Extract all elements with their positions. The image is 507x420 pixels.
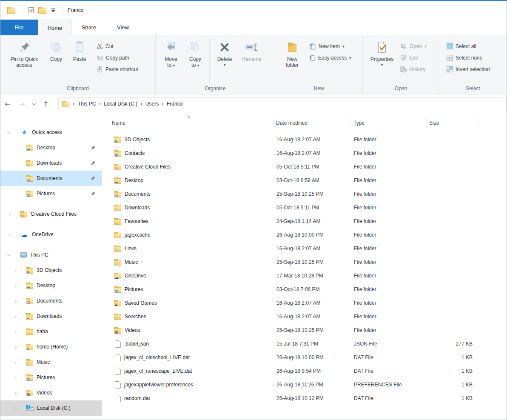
file-row[interactable]: Videos 25-Sep-18 10:25 PM File folder	[102, 323, 507, 337]
open-button[interactable]: Open ▾	[399, 40, 428, 52]
file-row[interactable]: Searches 16-Aug-18 2:07 AM File folder	[102, 310, 507, 323]
copy-button[interactable]: Copy	[45, 37, 68, 84]
tree-chevron-icon[interactable]	[6, 231, 12, 238]
tree-chevron-icon[interactable]	[6, 211, 12, 217]
ribbon-tab[interactable]: Home	[38, 20, 72, 35]
copy-path-button[interactable]: Copy path	[95, 52, 140, 63]
tree-chevron-icon[interactable]	[11, 282, 18, 289]
address-bar[interactable]: ›This PC›Local Disk (C:)›Users›Franco	[58, 97, 507, 110]
file-row[interactable]: OneDrive 17-Mar-18 10:28 PM File folder	[102, 269, 507, 283]
file-name: jagex_cl_oldschool_LIVE.dat	[124, 354, 190, 360]
easy-access-button[interactable]: Easy access ▾	[308, 52, 353, 63]
tree-chevron-icon[interactable]	[6, 251, 12, 258]
file-row[interactable]: Creative Cloud Files 05-Oct-18 5:11 PM F…	[102, 160, 507, 174]
copy-to-button[interactable]: Copy to ▾	[183, 37, 208, 84]
breadcrumb-segment[interactable]: Franco	[167, 101, 182, 107]
file-row[interactable]: jagex_cl_runescape_LIVE.dat 26-Aug-18 9:…	[102, 364, 507, 378]
rename-button[interactable]: Rename	[238, 37, 266, 84]
qat-customize-button[interactable]	[48, 5, 59, 15]
column-header-type[interactable]: Type	[351, 114, 427, 129]
file-row[interactable]: jagex_cl_oldschool_LIVE.dat 26-Aug-18 10…	[102, 351, 507, 364]
sidebar-item[interactable]: haha	[0, 324, 102, 339]
file-row[interactable]: random.dat 26-Aug-18 10:12 PM DAT File 1…	[102, 391, 507, 405]
up-button[interactable]: ↑	[39, 100, 53, 108]
sidebar-item[interactable]: Downloads	[0, 309, 102, 324]
tree-chevron-icon[interactable]	[11, 267, 18, 274]
ribbon-tab[interactable]: File	[0, 20, 38, 35]
sidebar-item[interactable]: Local Disk (C:)	[0, 400, 102, 416]
file-row[interactable]: Contacts 16-Aug-18 2:07 AM File folder	[102, 146, 507, 160]
column-header-name[interactable]: Name	[102, 114, 273, 129]
file-row[interactable]: Favourites 24-Sep-18 1:14 AM File folder	[102, 214, 507, 228]
paste-button[interactable]: Paste	[68, 37, 91, 84]
ribbon-tab[interactable]: Share	[72, 20, 106, 35]
file-row[interactable]: Documents 25-Sep-18 10:25 PM File folder	[102, 187, 507, 201]
sidebar-item[interactable]: 3D Objects	[0, 263, 102, 278]
sidebar-item[interactable]: Music	[0, 354, 102, 370]
recent-locations-button[interactable]	[29, 103, 39, 105]
edit-button[interactable]: Edit	[399, 52, 428, 63]
breadcrumb-segment[interactable]: Local Disk (C:)	[104, 101, 137, 107]
ribbon-tab[interactable]: View	[106, 20, 140, 35]
tree-chevron-icon[interactable]	[11, 343, 18, 350]
tree-chevron-icon[interactable]	[11, 297, 18, 304]
select-none-button[interactable]: Select none	[444, 52, 492, 63]
move-to-button[interactable]: Move to ▾	[159, 37, 183, 84]
properties-button[interactable]: Properties ▾	[368, 37, 396, 84]
explorer-window: Franco FileHomeShareView Pin to Quick ac…	[0, 0, 507, 420]
delete-button[interactable]: Delete ▾	[211, 37, 238, 84]
tree-chevron-icon[interactable]	[11, 374, 18, 381]
file-row[interactable]: Music 25-Sep-18 10:25 PM File folder	[102, 255, 507, 269]
sidebar-item[interactable]: Pictures	[0, 186, 102, 201]
sidebar-item[interactable]: This PC	[0, 247, 102, 263]
ribbon: Pin to Quick access Copy Paste Cut	[0, 35, 507, 94]
forward-button[interactable]: →	[15, 100, 29, 108]
history-button[interactable]: History	[399, 63, 428, 75]
tree-chevron-icon[interactable]	[11, 313, 18, 320]
window-title: Franco	[68, 7, 83, 13]
file-row[interactable]: Saved Games 16-Aug-18 2:07 AM File folde…	[102, 296, 507, 310]
local-disk-icon	[26, 405, 34, 411]
sidebar-item[interactable]: OneDrive	[0, 227, 102, 242]
tree-chevron-icon[interactable]	[11, 328, 18, 335]
file-row[interactable]: .babel.json 15-Jul-18 7:31 PM JSON File …	[102, 337, 507, 351]
file-row[interactable]: Links 16-Aug-18 2:07 AM File folder	[102, 242, 507, 255]
file-row[interactable]: jagexcache 26-Aug-18 10:00 PM File folde…	[102, 228, 507, 242]
paste-shortcut-button[interactable]: Paste shortcut	[95, 63, 140, 75]
cut-button[interactable]: Cut	[95, 40, 140, 52]
tree-chevron-icon[interactable]	[11, 359, 18, 366]
sidebar-item[interactable]: Pictures	[0, 370, 102, 385]
qat-properties-button[interactable]	[26, 5, 37, 15]
tree-chevron-icon[interactable]	[11, 389, 18, 396]
new-folder-button[interactable]: New folder	[281, 37, 303, 84]
select-all-button[interactable]: Select all	[444, 40, 492, 52]
file-row[interactable]: Pictures 03-Oct-18 7:06 PM File folder	[102, 283, 507, 296]
file-size: 1 KB	[427, 382, 479, 388]
column-header-size[interactable]: Size	[427, 114, 479, 129]
file-row[interactable]: Downloads 05-Oct-18 5:11 PM File folder	[102, 201, 507, 214]
this-pc-icon	[20, 252, 27, 257]
sidebar-item[interactable]: Videos	[0, 385, 102, 400]
sidebar-item[interactable]: Downloads	[0, 155, 102, 171]
file-name: Saved Games	[125, 300, 157, 306]
invert-selection-button[interactable]: Invert selection	[444, 63, 492, 75]
back-button[interactable]: ←	[0, 100, 15, 108]
sidebar-item[interactable]: home (Home)	[0, 339, 102, 354]
sidebar-item[interactable]: Quick access	[0, 125, 102, 140]
file-row[interactable]: 3D Objects 16-Aug-18 2:07 AM File folder	[102, 133, 507, 146]
file-row[interactable]: jagexappletviewer.preferences 26-Aug-18 …	[102, 378, 507, 391]
tree-chevron-icon[interactable]	[11, 405, 18, 411]
breadcrumb-segment[interactable]: Users	[145, 101, 159, 107]
new-item-button[interactable]: New item ▾	[308, 40, 353, 52]
qat-new-folder-button[interactable]	[37, 5, 48, 15]
breadcrumb-segment[interactable]: This PC	[78, 101, 96, 107]
pin-to-quick-access-button[interactable]: Pin to Quick access	[4, 37, 45, 84]
sidebar-item[interactable]: Desktop	[0, 278, 102, 293]
column-header-date-modified[interactable]: Date modified	[273, 114, 351, 129]
sidebar-item[interactable]: Creative Cloud Files	[0, 206, 102, 222]
sidebar-item[interactable]: Documents	[0, 293, 102, 309]
file-row[interactable]: Desktop 03-Oct-18 6:59 AM File folder	[102, 174, 507, 187]
sidebar-item[interactable]: Desktop	[0, 140, 102, 155]
sidebar-item[interactable]: Documents	[0, 171, 102, 186]
tree-chevron-icon[interactable]	[6, 129, 12, 136]
